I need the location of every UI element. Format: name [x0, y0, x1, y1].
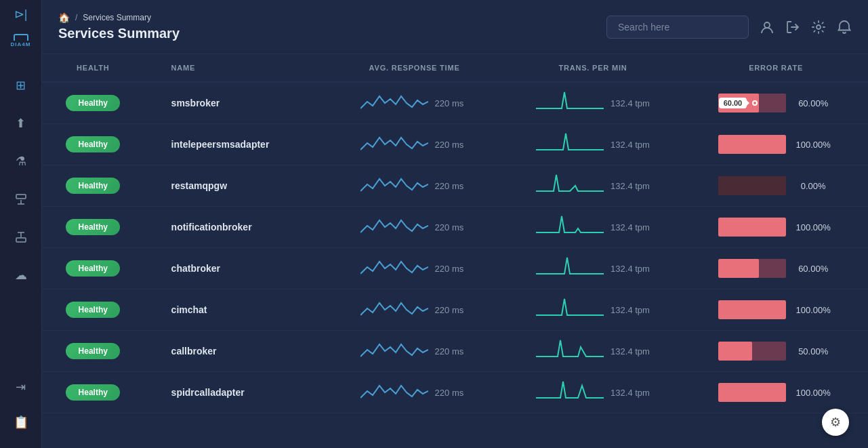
settings-icon-button[interactable] — [811, 20, 826, 35]
trans-value: 132.4 tpm — [611, 305, 650, 315]
trans-sparkline — [536, 172, 604, 199]
fab-gear-button[interactable]: ⚙ — [822, 409, 849, 436]
user-icon-button[interactable] — [760, 20, 774, 35]
table-row: Healthychatbroker 220 ms 132.4 tpm 60.00… — [42, 248, 868, 289]
col-health: HEALTH — [42, 54, 144, 82]
avg-response-cell: 220 ms — [338, 338, 491, 365]
service-name[interactable]: chatbroker — [144, 248, 327, 289]
health-badge: Healthy — [66, 95, 120, 111]
health-badge: Healthy — [66, 136, 120, 152]
health-badge: Healthy — [66, 302, 120, 318]
sidebar-item-split-bottom[interactable] — [9, 225, 33, 249]
error-rate-cell: 60.00% — [695, 259, 857, 278]
error-rate-cell: 50.00% — [695, 342, 857, 361]
service-name[interactable]: restamqpgw — [144, 165, 327, 207]
health-badge: Healthy — [66, 178, 120, 194]
error-value: 60.00% — [793, 264, 833, 274]
sidebar-item-split-top[interactable] — [9, 187, 33, 211]
table-row: Healthyrestamqpgw 220 ms 132.4 tpm 0.00% — [42, 165, 868, 207]
trans-value: 132.4 tpm — [611, 222, 650, 232]
table-row: Healthysmsbroker 220 ms 132.4 tpm 60.00 … — [42, 82, 868, 124]
breadcrumb: 🏠 / Services Summary — [58, 12, 180, 23]
breadcrumb-home-icon[interactable]: 🏠 — [58, 12, 70, 23]
trans-value: 132.4 tpm — [611, 98, 650, 108]
sidebar-bottom: ⇥ 📋 — [9, 375, 33, 434]
logout-icon-button[interactable] — [785, 20, 800, 35]
trans-per-min-cell: 132.4 tpm — [513, 172, 674, 199]
response-sparkline — [360, 213, 428, 241]
trans-sparkline — [536, 379, 604, 406]
sidebar-item-login[interactable]: ⇥ — [9, 375, 33, 399]
col-avg-response: AVG. RESPONSE TIME — [327, 54, 502, 82]
response-value: 220 ms — [435, 346, 469, 357]
avg-response-cell: 220 ms — [338, 89, 491, 117]
trans-value: 132.4 tpm — [611, 346, 650, 357]
trans-per-min-cell: 132.4 tpm — [513, 131, 674, 158]
error-bar-container: 60.00 — [718, 94, 786, 113]
bell-icon-button[interactable] — [837, 20, 852, 35]
search-input[interactable] — [606, 16, 749, 39]
breadcrumb-current: Services Summary — [83, 13, 151, 22]
response-value: 220 ms — [435, 264, 469, 274]
error-bar-container — [718, 218, 786, 237]
sidebar-item-upload[interactable]: ⬆ — [9, 111, 33, 136]
error-bar-container — [718, 342, 786, 361]
response-sparkline — [360, 379, 428, 406]
sidebar-toggle[interactable]: ⊳| — [14, 7, 28, 22]
error-value: 50.00% — [793, 346, 833, 357]
sidebar-item-clipboard[interactable]: 📋 — [9, 410, 33, 434]
service-name[interactable]: spidrcalladapter — [144, 372, 327, 413]
error-value: 100.00% — [793, 305, 833, 315]
avg-response-cell: 220 ms — [338, 255, 491, 282]
error-bar-container — [718, 176, 786, 195]
trans-value: 132.4 tpm — [611, 181, 650, 191]
service-name[interactable]: intelepeersmsadapter — [144, 124, 327, 165]
service-name[interactable]: smsbroker — [144, 82, 327, 124]
health-badge: Healthy — [66, 219, 120, 235]
table-row: Healthyspidrcalladapter 220 ms 132.4 tpm… — [42, 372, 868, 413]
table-row: Healthynotificationbroker 220 ms 132.4 t… — [42, 207, 868, 248]
error-bar-container — [718, 259, 786, 278]
service-name[interactable]: cimchat — [144, 289, 327, 331]
trans-sparkline — [536, 213, 604, 241]
error-rate-cell: 100.00% — [695, 218, 857, 237]
response-value: 220 ms — [435, 388, 469, 398]
logo-text: DIA4M — [11, 41, 31, 47]
response-sparkline — [360, 255, 428, 282]
trans-value: 132.4 tpm — [611, 388, 650, 398]
response-value: 220 ms — [435, 222, 469, 232]
trans-value: 132.4 tpm — [611, 140, 650, 150]
service-name[interactable]: callbroker — [144, 331, 327, 372]
trans-sparkline — [536, 296, 604, 323]
trans-per-min-cell: 132.4 tpm — [513, 379, 674, 406]
col-name: NAME — [144, 54, 327, 82]
svg-rect-3 — [16, 238, 26, 242]
error-rate-cell: 60.00 60.00% — [695, 94, 857, 113]
sidebar-logo: DIA4M — [7, 27, 35, 54]
trans-sparkline — [536, 89, 604, 117]
response-value: 220 ms — [435, 181, 469, 191]
page-title: Services Summary — [58, 26, 180, 41]
avg-response-cell: 220 ms — [338, 213, 491, 241]
sidebar-item-flask[interactable]: ⚗ — [9, 149, 33, 174]
trans-per-min-cell: 132.4 tpm — [513, 89, 674, 117]
content-area: HEALTH NAME AVG. RESPONSE TIME TRANS. PE… — [42, 54, 868, 448]
avg-response-cell: 220 ms — [338, 131, 491, 158]
error-value: 0.00% — [793, 181, 833, 191]
svg-rect-0 — [16, 195, 26, 199]
error-rate-cell: 100.00% — [695, 135, 857, 154]
table-row: Healthyintelepeersmsadapter 220 ms 132.4… — [42, 124, 868, 165]
main-content: 🏠 / Services Summary Services Summary — [42, 0, 868, 448]
response-value: 220 ms — [435, 140, 469, 150]
sidebar-item-cloud[interactable]: ☁ — [9, 263, 33, 287]
services-table: HEALTH NAME AVG. RESPONSE TIME TRANS. PE… — [42, 54, 868, 413]
error-value: 100.00% — [793, 140, 833, 150]
sidebar-item-dashboard[interactable]: ⊞ — [9, 73, 33, 98]
error-rate-cell: 0.00% — [695, 176, 857, 195]
response-sparkline — [360, 338, 428, 365]
response-sparkline — [360, 172, 428, 199]
error-value: 100.00% — [793, 222, 833, 232]
table-header-row: HEALTH NAME AVG. RESPONSE TIME TRANS. PE… — [42, 54, 868, 82]
service-name[interactable]: notificationbroker — [144, 207, 327, 248]
trans-per-min-cell: 132.4 tpm — [513, 296, 674, 323]
